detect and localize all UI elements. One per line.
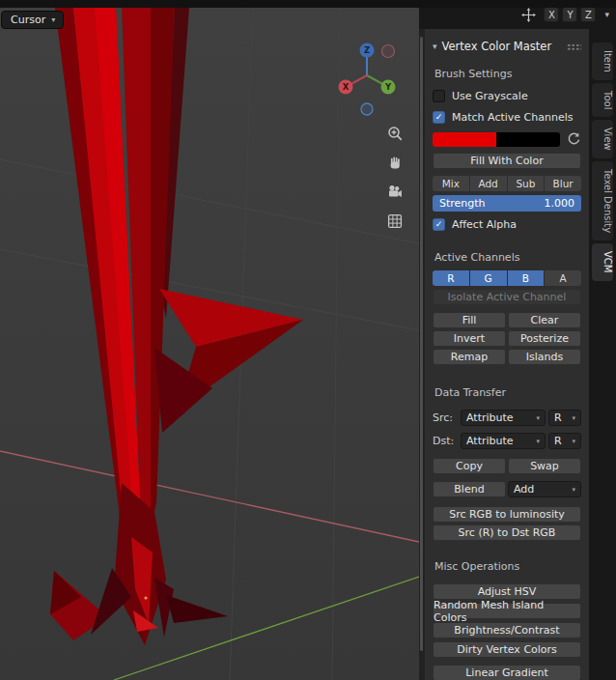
channel-a-button[interactable]: A: [545, 270, 581, 286]
ortho-toggle-button[interactable]: [386, 212, 404, 230]
tab-texel-density[interactable]: Texel Density: [592, 161, 613, 241]
chevron-down-icon[interactable]: ▾: [604, 10, 609, 19]
src-r-to-dst-rgb-button[interactable]: Src (R) to Dst RGB: [433, 524, 581, 541]
checkbox-label: Match Active Channels: [452, 111, 573, 124]
cursor-dropdown[interactable]: Cursor ▾: [1, 11, 64, 29]
axis-toggle-y[interactable]: Y: [562, 7, 577, 22]
misc-operations-label: Misc Operations: [434, 560, 581, 574]
brightness-contrast-button[interactable]: Brightness/Contrast: [433, 622, 581, 638]
grid-icon: [387, 213, 403, 229]
affect-alpha-checkbox[interactable]: ✓ Affect Alpha: [433, 216, 581, 232]
dropdown-value: R: [554, 411, 562, 424]
brush-colors-row: [433, 131, 581, 147]
dst-attribute-dropdown[interactable]: Attribute ▾: [461, 433, 546, 449]
copy-swap-row: Copy Swap: [433, 458, 581, 474]
blend-add-button[interactable]: Add: [470, 176, 507, 191]
hand-icon: [387, 155, 403, 170]
dropdown-value: Add: [514, 483, 534, 496]
dst-label: Dst:: [433, 435, 458, 447]
panel-drag-grip[interactable]: [567, 43, 581, 50]
move-crosshair-icon[interactable]: [521, 8, 536, 22]
blend-blur-button[interactable]: Blur: [545, 176, 581, 191]
axis-toggle-x[interactable]: X: [544, 7, 559, 22]
camera-view-button[interactable]: [386, 183, 404, 200]
channel-g-button[interactable]: G: [470, 270, 507, 286]
random-mesh-island-colors-button[interactable]: Random Mesh Island Colors: [433, 603, 581, 619]
tab-item[interactable]: Item: [592, 42, 613, 80]
checkbox-label: Use Grayscale: [452, 90, 528, 102]
viewport-3d[interactable]: Z X Y: [0, 0, 419, 680]
blend-row: Blend Add ▾: [433, 481, 581, 497]
blend-sub-button[interactable]: Sub: [508, 176, 545, 191]
zoom-button[interactable]: [386, 125, 404, 142]
islands-button[interactable]: Islands: [508, 349, 581, 365]
dropdown-value: Attribute: [466, 411, 514, 424]
blend-mix-button[interactable]: Mix: [433, 176, 469, 191]
channel-ops-row-2: Invert Posterize: [433, 330, 581, 347]
tab-vcm[interactable]: VCM: [592, 243, 613, 280]
chevron-down-icon: ▾: [536, 438, 540, 445]
sidebar-tabs: Item Tool View Texel Density VCM: [589, 29, 616, 680]
scrollbar-thumb[interactable]: [420, 37, 423, 651]
channel-buttons: R G B A: [433, 270, 581, 286]
chevron-down-icon: ▾: [572, 414, 575, 422]
fill-with-color-button[interactable]: Fill With Color: [433, 153, 581, 169]
swap-button[interactable]: Swap: [508, 458, 581, 474]
strength-value: 1.000: [545, 197, 575, 210]
copy-button[interactable]: Copy: [433, 458, 506, 474]
chevron-down-icon: ▾: [536, 414, 540, 422]
top-edge-strip: [0, 0, 616, 8]
tab-view[interactable]: View: [592, 120, 613, 158]
chevron-down-icon: ▾: [572, 486, 575, 494]
isolate-active-channel-button[interactable]: Isolate Active Channel: [433, 289, 581, 305]
dropdown-value: Attribute: [466, 435, 514, 447]
vcm-panel: ▾ Vertex Color Master Brush Settings Use…: [425, 29, 589, 680]
tab-tool[interactable]: Tool: [592, 83, 613, 117]
dropdown-value: R: [554, 435, 562, 447]
cursor-dropdown-label: Cursor: [11, 14, 45, 26]
src-row: Src: Attribute ▾ R ▾: [433, 410, 581, 426]
strength-label: Strength: [439, 197, 486, 210]
channel-r-button[interactable]: R: [433, 270, 469, 286]
checkbox-box[interactable]: ✓: [433, 218, 445, 231]
dirty-vertex-colors-button[interactable]: Dirty Vertex Colors: [433, 641, 581, 658]
gizmo-z-label: Z: [364, 45, 370, 55]
panel-header[interactable]: ▾ Vertex Color Master: [433, 37, 581, 56]
pan-button[interactable]: [386, 154, 404, 171]
dst-channel-dropdown[interactable]: R ▾: [548, 433, 581, 449]
checkbox-box[interactable]: ✓: [433, 111, 445, 124]
blend-button[interactable]: Blend: [433, 481, 506, 497]
gizmo-x-label: X: [343, 82, 350, 92]
data-transfer-label: Data Transfer: [434, 386, 581, 400]
secondary-color-swatch[interactable]: [496, 132, 560, 147]
channel-b-button[interactable]: B: [508, 270, 545, 286]
invert-button[interactable]: Invert: [433, 330, 506, 347]
channel-ops-row-3: Remap Islands: [433, 349, 581, 365]
gizmo-camera-sphere[interactable]: [361, 103, 373, 115]
checkbox-label: Affect Alpha: [452, 218, 517, 231]
axis-toggle-z[interactable]: Z: [580, 7, 596, 22]
fill-button[interactable]: Fill: [433, 312, 506, 328]
checkbox-box[interactable]: [433, 90, 445, 102]
remap-button[interactable]: Remap: [433, 349, 506, 365]
src-channel-dropdown[interactable]: R ▾: [548, 410, 581, 426]
chevron-down-icon: ▾: [572, 438, 575, 445]
navigation-gizmo[interactable]: Z X Y: [338, 39, 396, 118]
posterize-button[interactable]: Posterize: [508, 330, 581, 347]
src-label: Src:: [433, 411, 458, 424]
blend-mode-dropdown[interactable]: Add ▾: [508, 481, 581, 497]
src-rgb-luminosity-button[interactable]: Src RGB to luminosity: [433, 506, 581, 523]
use-grayscale-checkbox[interactable]: Use Grayscale: [433, 88, 581, 103]
match-active-channels-checkbox[interactable]: ✓ Match Active Channels: [433, 109, 581, 125]
linear-gradient-button[interactable]: Linear Gradient: [433, 665, 581, 680]
brush-settings-label: Brush Settings: [434, 68, 581, 81]
chevron-down-icon: ▾: [433, 42, 437, 51]
zoom-icon: [387, 126, 403, 141]
primary-color-swatch[interactable]: [433, 132, 496, 147]
adjust-hsv-button[interactable]: Adjust HSV: [433, 583, 581, 600]
clear-button[interactable]: Clear: [508, 312, 581, 328]
src-attribute-dropdown[interactable]: Attribute ▾: [461, 410, 546, 426]
swap-colors-icon[interactable]: [566, 131, 581, 147]
gizmo-neg-axis-ball[interactable]: [382, 45, 395, 58]
strength-slider[interactable]: Strength 1.000: [433, 195, 581, 212]
